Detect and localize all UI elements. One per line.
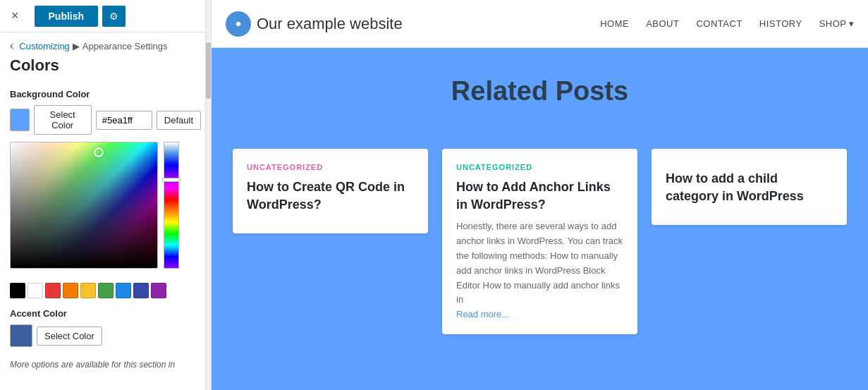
customizer-panel: × Publish ⚙ ‹ Customizing ▶ Appearance S… [0, 0, 212, 390]
breadcrumb-parent[interactable]: Customizing [19, 41, 70, 51]
panel-content: Background Color Select Color Default [0, 82, 211, 390]
swatch-dark-blue[interactable] [133, 283, 149, 298]
swatch-blue[interactable] [116, 283, 131, 298]
color-gradient-picker[interactable] [10, 142, 158, 269]
hue-slider[interactable] [164, 142, 179, 269]
nav-contact[interactable]: CONTACT [696, 18, 742, 29]
swatch-purple[interactable] [151, 283, 166, 298]
page-title: Colors [0, 55, 211, 82]
nav-links: HOME ABOUT CONTACT HISTORY SHOP ▾ [600, 18, 854, 29]
card-1-title: How to Create QR Code in WordPress? [247, 178, 414, 214]
color-swatches [10, 283, 201, 298]
nav-history[interactable]: HISTORY [759, 18, 802, 29]
breadcrumb-separator: ▶ [73, 41, 80, 51]
card-2-title: How to Add Anchor Links in WordPress? [456, 178, 623, 214]
back-button[interactable]: ‹ [10, 39, 13, 52]
cards-section: UNCATEGORIZED How to Create QR Code in W… [212, 135, 868, 390]
nav-about[interactable]: ABOUT [646, 18, 679, 29]
related-posts-title: Related Posts [226, 76, 854, 106]
website-preview: Our example website HOME ABOUT CONTACT H… [212, 0, 868, 390]
picker-handle [94, 147, 104, 157]
card-2-read-more[interactable]: Read more... [456, 309, 509, 319]
color-picker[interactable] [10, 142, 201, 273]
card-3: How to add a child category in WordPress [652, 149, 847, 225]
hero-section: Related Posts [212, 48, 868, 135]
more-options-text: More options are available for this sect… [10, 354, 201, 371]
site-logo-icon [226, 11, 251, 37]
swatch-yellow[interactable] [80, 283, 96, 298]
cards-row: UNCATEGORIZED How to Create QR Code in W… [233, 149, 847, 334]
card-3-title: How to add a child category in WordPress [666, 170, 833, 205]
card-2: UNCATEGORIZED How to Add Anchor Links in… [442, 149, 637, 334]
card-1: UNCATEGORIZED How to Create QR Code in W… [233, 149, 428, 233]
hue-handle [162, 178, 181, 182]
card-1-category: UNCATEGORIZED [247, 163, 414, 171]
background-color-row: Select Color Default [10, 105, 201, 135]
swatch-red[interactable] [45, 283, 61, 298]
background-color-section: Background Color Select Color Default [10, 89, 201, 298]
breadcrumb-child: Appearance Settings [82, 41, 168, 51]
shop-dropdown-icon: ▾ [849, 18, 855, 29]
site-name: Our example website [257, 15, 403, 33]
swatch-white[interactable] [27, 283, 43, 298]
close-button[interactable]: × [6, 6, 25, 26]
site-logo-area: Our example website [226, 11, 600, 37]
scroll-track[interactable] [205, 0, 211, 390]
swatch-black[interactable] [10, 283, 25, 298]
background-color-label: Background Color [10, 89, 201, 99]
swatch-green[interactable] [98, 283, 114, 298]
top-bar: × Publish ⚙ [0, 0, 211, 32]
scroll-thumb[interactable] [206, 42, 211, 99]
card-2-category: UNCATEGORIZED [456, 163, 623, 171]
picker-row [10, 142, 201, 273]
background-hex-input[interactable] [96, 111, 152, 130]
publish-button[interactable]: Publish [35, 6, 99, 27]
accent-color-label: Accent Color [10, 308, 201, 319]
background-color-swatch[interactable] [10, 109, 30, 131]
accent-color-swatch[interactable] [10, 324, 32, 347]
breadcrumb: ‹ Customizing ▶ Appearance Settings [0, 32, 211, 55]
svg-point-1 [236, 22, 240, 26]
background-select-color-button[interactable]: Select Color [34, 105, 92, 135]
nav-home[interactable]: HOME [600, 18, 629, 29]
background-default-button[interactable]: Default [157, 111, 201, 130]
accent-color-row: Select Color [10, 324, 201, 347]
card-2-excerpt: Honestly, there are several ways to add … [456, 219, 623, 307]
accent-select-color-button[interactable]: Select Color [37, 327, 102, 346]
swatch-orange[interactable] [63, 283, 78, 298]
site-navigation: Our example website HOME ABOUT CONTACT H… [212, 0, 868, 48]
gear-button[interactable]: ⚙ [102, 6, 126, 27]
accent-color-section: Accent Color Select Color [10, 308, 201, 347]
nav-shop[interactable]: SHOP ▾ [819, 18, 854, 29]
